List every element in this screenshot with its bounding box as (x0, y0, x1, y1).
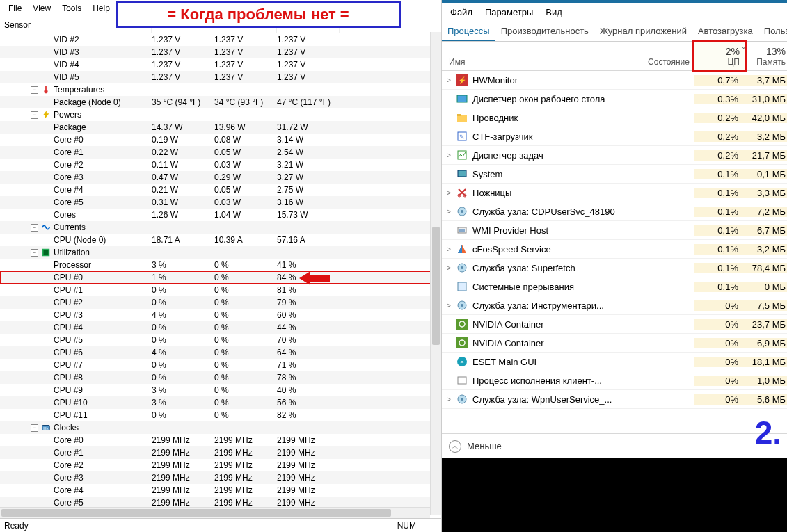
process-row[interactable]: >Диспетчер задач0,2%21,7 МБ (442, 146, 787, 165)
sensor-row[interactable]: CPU #93 %0 %40 % (0, 384, 441, 396)
process-row[interactable]: >Служба узла: WpnUserService_...0%5,6 МБ (442, 390, 787, 409)
sensor-v: 0.21 W (152, 185, 214, 195)
taskmgr-menu-Файл[interactable]: Файл (446, 6, 477, 19)
tab-0[interactable]: Процессы (442, 22, 495, 41)
sensor-row[interactable]: Core #42199 MHz2199 MHz2199 MHz (0, 484, 441, 497)
sensor-row[interactable]: Core #30.47 W0.29 W3.27 W (0, 171, 441, 184)
sensor-row[interactable]: Processor3 %0 %41 % (0, 259, 441, 271)
tree-expander[interactable]: − (31, 224, 38, 232)
taskmgr-menu-Вид[interactable]: Вид (541, 6, 566, 19)
process-row[interactable]: >Служба узла: Superfetch0,1%78,4 МБ (442, 259, 787, 277)
sensor-row[interactable]: Package14.37 W13.96 W31.72 W (0, 121, 441, 134)
tree-expander[interactable]: − (31, 111, 38, 119)
sensor-row[interactable]: CPU #103 %0 %56 % (0, 396, 441, 409)
sort-caret-icon: ⌄ (741, 43, 747, 50)
process-row[interactable]: NVIDIA Container0%23,7 МБ (442, 315, 787, 334)
menu-tools[interactable]: Tools (56, 1, 87, 15)
sensor-row[interactable]: Core #22199 MHz2199 MHz2199 MHz (0, 459, 441, 471)
col-state[interactable]: Состояние (637, 57, 694, 70)
sensor-row[interactable]: CPU #110 %0 %82 % (0, 409, 441, 421)
sensor-row[interactable]: VID #41.237 V1.237 V1.237 V (0, 58, 441, 71)
sensor-row[interactable]: CPU #34 %0 %60 % (0, 309, 441, 321)
sensor-group-clocks[interactable]: −HzClocks (0, 421, 441, 434)
sensor-row[interactable]: CPU #64 %0 %64 % (0, 346, 441, 359)
tree-expander[interactable]: − (31, 424, 38, 432)
menu-help[interactable]: Help (87, 1, 116, 15)
sensor-row[interactable]: Core #32199 MHz2199 MHz2199 MHz (0, 471, 441, 484)
process-row[interactable]: Проводник0,2%42,0 МБ (442, 108, 787, 127)
sensor-group-powers[interactable]: −Powers (0, 108, 441, 121)
tab-4[interactable]: Пользователи (758, 22, 787, 41)
process-row[interactable]: >cFosSpeed Service0,1%3,2 МБ (442, 240, 787, 259)
process-row[interactable]: WMI Provider Host0,1%6,7 МБ (442, 221, 787, 240)
process-row[interactable]: System0,1%0,1 МБ (442, 165, 787, 184)
tab-3[interactable]: Автозагрузка (692, 22, 758, 41)
process-row[interactable]: NVIDIA Container0%6,9 МБ (442, 334, 787, 353)
col-name[interactable]: Имя (442, 57, 637, 70)
sensor-row[interactable]: CPU #70 %0 %71 % (0, 359, 441, 371)
col-memory[interactable]: 13% Память (745, 42, 787, 70)
fewer-details-label[interactable]: Меньше (467, 441, 502, 451)
sensor-row[interactable]: CPU (Node 0)18.71 A10.39 A57.16 A (0, 234, 441, 246)
expand-icon[interactable]: > (442, 245, 456, 253)
expand-icon[interactable]: > (442, 396, 456, 403)
tree-expander[interactable]: − (31, 249, 38, 257)
tree-expander[interactable]: − (31, 86, 38, 94)
process-row[interactable]: ✎CTF-загрузчик0,2%3,2 МБ (442, 127, 787, 146)
expand-icon[interactable]: > (442, 208, 456, 216)
sensor-name: Clocks (54, 423, 79, 433)
process-row[interactable]: >Ножницы0,1%3,3 МБ (442, 184, 787, 202)
process-row[interactable]: >⚡HWMonitor0,7%3,7 МБ (442, 71, 787, 90)
process-cpu: 0,2% (694, 113, 745, 123)
taskmgr-menu-Параметры[interactable]: Параметры (481, 6, 537, 19)
sensor-group-temperatures[interactable]: −Temperatures (0, 83, 441, 96)
process-row[interactable]: >Служба узла: Инструментари...0%7,5 МБ (442, 296, 787, 315)
sensor-v: 4 % (152, 348, 214, 357)
process-name: WMI Provider Host (472, 225, 652, 236)
sensor-row[interactable]: Core #00.19 W0.08 W3.14 W (0, 134, 441, 146)
process-list[interactable]: >⚡HWMonitor0,7%3,7 МБДиспетчер окон рабо… (442, 71, 787, 433)
sensor-row[interactable]: Core #12199 MHz2199 MHz2199 MHz (0, 446, 441, 459)
process-row[interactable]: Диспетчер окон рабочего стола0,3%31,0 МБ (442, 90, 787, 108)
sensor-row[interactable]: CPU #50 %0 %70 % (0, 334, 441, 346)
sensor-row[interactable]: Core #50.31 W0.03 W3.16 W (0, 196, 441, 209)
fewer-details-icon[interactable]: ︿ (449, 440, 461, 453)
process-cpu: 0,2% (694, 150, 745, 161)
process-row[interactable]: eESET Main GUI0%18,1 МБ (442, 353, 787, 371)
sensor-row[interactable]: CPU #20 %0 %79 % (0, 296, 441, 309)
tab-2[interactable]: Журнал приложений (594, 22, 692, 41)
menu-view[interactable]: View (27, 1, 56, 15)
sensor-row[interactable]: VID #21.237 V1.237 V1.237 V (0, 33, 441, 46)
sensor-row[interactable]: VID #51.237 V1.237 V1.237 V (0, 71, 441, 83)
process-row[interactable]: Системные прерывания0,1%0 МБ (442, 277, 787, 296)
sensor-row[interactable]: Package (Node 0)35 °C (94 °F)34 °C (93 °… (0, 96, 441, 108)
sensor-row[interactable]: CPU #01 %0 %84 % (0, 271, 441, 284)
sensor-group-utilization[interactable]: −Utilization (0, 246, 441, 259)
sensor-row[interactable]: CPU #80 %0 %78 % (0, 371, 441, 384)
expand-icon[interactable]: > (442, 189, 456, 197)
tab-1[interactable]: Производительность (495, 22, 594, 41)
sensor-row[interactable]: CPU #40 %0 %44 % (0, 321, 441, 334)
process-mem: 3,7 МБ (745, 75, 787, 86)
sensor-row[interactable]: Core #40.21 W0.05 W2.75 W (0, 184, 441, 196)
sensor-row[interactable]: Core #20.11 W0.03 W3.21 W (0, 159, 441, 171)
sensor-row[interactable]: CPU #10 %0 %81 % (0, 284, 441, 296)
sensor-group-currents[interactable]: −Currents (0, 221, 441, 234)
sensor-v: 0.19 W (152, 135, 214, 145)
expand-icon[interactable]: > (442, 152, 456, 159)
horizontal-scrollbar[interactable] (0, 507, 430, 518)
sensor-row[interactable]: Core #10.22 W0.05 W2.54 W (0, 146, 441, 159)
col-cpu[interactable]: ⌄ 2% ЦП (694, 42, 745, 70)
vertical-scrollbar[interactable] (430, 32, 441, 515)
sensor-tree[interactable]: VID #21.237 V1.237 V1.237 VVID #31.237 V… (0, 33, 441, 518)
sensor-row[interactable]: Cores1.26 W1.04 W15.73 W (0, 209, 441, 221)
sensor-row[interactable]: VID #31.237 V1.237 V1.237 V (0, 46, 441, 58)
process-row[interactable]: Процесс исполнения клиент-...0%1,0 МБ (442, 371, 787, 390)
sensor-v: 1.237 V (152, 72, 214, 82)
expand-icon[interactable]: > (442, 302, 456, 309)
expand-icon[interactable]: > (442, 76, 456, 84)
expand-icon[interactable]: > (442, 264, 456, 272)
sensor-row[interactable]: Core #02199 MHz2199 MHz2199 MHz (0, 434, 441, 446)
process-row[interactable]: >Служба узла: CDPUserSvc_481900,1%7,2 МБ (442, 202, 787, 221)
menu-file[interactable]: File (3, 1, 27, 15)
